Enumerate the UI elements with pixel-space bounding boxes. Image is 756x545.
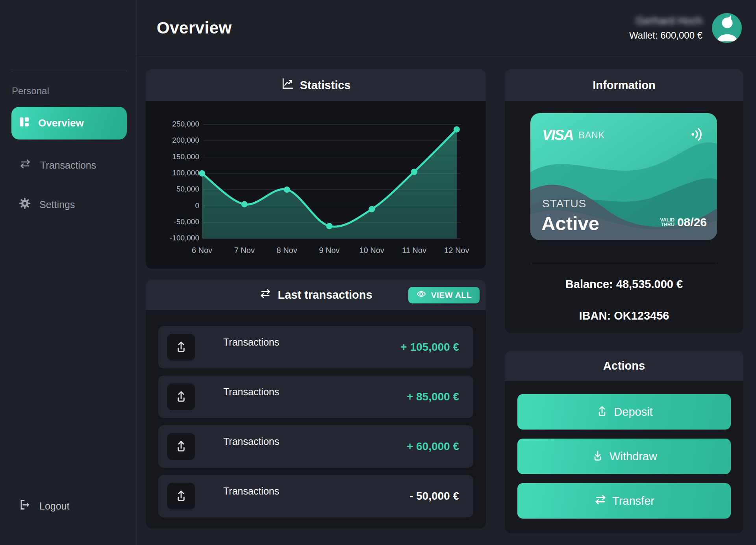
logout-label: Logout [39,500,69,512]
actions-panel: Actions Deposit [505,351,743,533]
withdraw-button[interactable]: Withdraw [517,439,731,474]
transaction-label: Transactions [223,436,279,447]
valid-thru-label: VALID THRU [660,218,674,227]
transaction-icon-box [167,483,195,510]
svg-text:0: 0 [195,201,199,210]
download-icon [591,448,604,465]
transaction-icon-box [167,334,195,361]
information-title: Information [593,79,656,92]
deposit-label: Deposit [614,405,652,419]
statistics-title: Statistics [300,79,351,92]
person-icon [712,13,742,43]
svg-text:10 Nov: 10 Nov [359,246,384,255]
left-column: Statistics 250,000200,000150,000100,0005… [146,69,486,545]
withdraw-label: Withdraw [610,450,657,463]
user-info: Gerhard Hoch Wallet: 600,000 € [629,13,742,43]
svg-text:12 Nov: 12 Nov [444,246,469,255]
sidebar-item-settings[interactable]: Settings [11,191,127,218]
sidebar-divider [11,71,127,71]
information-divider [530,263,718,263]
actions-title: Actions [603,359,645,372]
transaction-row[interactable]: Transactions + 60,000 € [158,425,473,468]
bank-label: BANK [578,130,605,141]
swap-icon [594,493,607,509]
upload-icon [174,488,188,504]
upload-icon [595,404,609,420]
logout-icon [18,498,31,513]
topbar: Overview Gerhard Hoch Wallet: 600,000 € [137,0,756,56]
card-valid-thru: VALID THRU 08/26 [660,216,707,229]
statistics-panel: Statistics 250,000200,000150,000100,0005… [146,69,486,269]
information-body: VISA BANK STATUS [505,101,743,333]
last-transactions-title: Last transactions [278,288,372,301]
wallet-balance: Wallet: 600,000 € [629,30,702,41]
svg-text:-100,000: -100,000 [170,234,199,242]
transaction-label: Transactions [223,386,279,398]
upload-icon [174,439,188,454]
gear-icon [19,197,31,212]
card-brand-row: VISA BANK [542,126,706,144]
statistics-chart: 250,000200,000150,000100,00050,0000-50,0… [146,101,486,269]
upload-icon [174,389,188,405]
transaction-amount: - 50,000 € [410,490,459,502]
last-transactions-panel: Last transactions VIEW ALL [146,280,486,528]
sidebar-item-label: Transactions [40,160,96,171]
content: Statistics 250,000200,000150,000100,0005… [137,56,756,545]
svg-text:7 Nov: 7 Nov [234,246,255,255]
svg-text:9 Nov: 9 Nov [319,246,339,255]
user-name: Gerhard Hoch [629,15,702,27]
svg-text:100,000: 100,000 [172,169,199,177]
transaction-amount: + 85,000 € [407,391,459,403]
logout-button[interactable]: Logout [18,498,69,513]
svg-text:-50,000: -50,000 [174,218,199,226]
transaction-label: Transactions [223,485,279,497]
statistics-header: Statistics [146,69,486,101]
visa-logo: VISA [542,127,573,143]
actions-body: Deposit Withdraw [505,381,743,533]
avatar[interactable] [712,13,742,43]
dashboard-icon [19,117,30,130]
bank-card: VISA BANK STATUS [530,113,717,240]
contactless-icon [689,126,706,144]
svg-text:250,000: 250,000 [172,120,199,128]
valid-thru-value: 08/26 [677,216,707,229]
transaction-row[interactable]: Transactions - 50,000 € [158,475,473,517]
transaction-row[interactable]: Transactions + 85,000 € [158,376,473,418]
actions-header: Actions [505,351,743,381]
svg-text:8 Nov: 8 Nov [276,246,297,255]
chart-line-icon [281,77,294,93]
sidebar-item-label: Settings [39,199,75,210]
transfer-label: Transfer [612,495,654,508]
view-all-label: VIEW ALL [431,290,472,300]
user-text: Gerhard Hoch Wallet: 600,000 € [629,15,702,41]
transfer-button[interactable]: Transfer [517,483,731,519]
sidebar-item-transactions[interactable]: Transactions [11,151,127,179]
upload-icon [174,339,188,355]
banking-dashboard: Personal Overview [0,0,756,545]
sidebar-item-overview[interactable]: Overview [11,107,127,140]
sidebar: Personal Overview [0,0,137,545]
transaction-amount: + 60,000 € [407,440,459,453]
transactions-list: Transactions + 105,000 € Transactions + … [146,310,486,528]
statistics-chart-container: 250,000200,000150,000100,00050,0000-50,0… [146,101,486,269]
transaction-label: Transactions [223,337,279,348]
card-status-value: Active [541,212,599,234]
eye-icon [416,289,426,301]
main-area: Overview Gerhard Hoch Wallet: 600,000 € [137,0,756,545]
transaction-row[interactable]: Transactions + 105,000 € [158,326,473,368]
sidebar-nav: Overview Transactions [0,107,137,218]
information-panel: Information [505,69,743,333]
view-all-button[interactable]: VIEW ALL [408,287,480,303]
transaction-amount: + 105,000 € [400,341,459,353]
transaction-icon-box [167,383,195,410]
last-transactions-header: Last transactions VIEW ALL [146,280,486,310]
page-title: Overview [157,19,232,37]
deposit-button[interactable]: Deposit [517,394,731,430]
svg-text:11 Nov: 11 Nov [402,246,426,255]
card-status-label: STATUS [542,197,586,210]
svg-text:200,000: 200,000 [172,136,199,144]
sidebar-section-label: Personal [12,86,137,97]
balance-text: Balance: 48,535.000 € [530,278,718,291]
svg-text:150,000: 150,000 [172,153,199,161]
swap-icon [259,287,272,303]
